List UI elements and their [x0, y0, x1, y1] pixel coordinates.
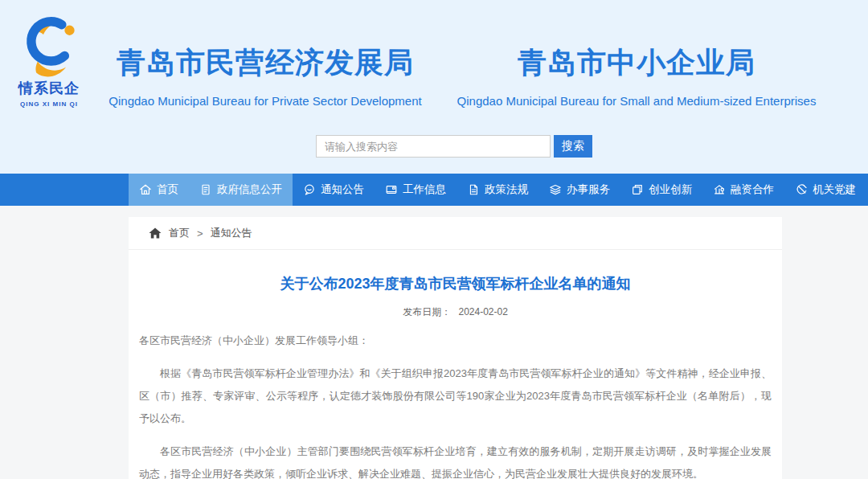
nav-label: 机关党建 — [813, 182, 856, 197]
nav-item-policies[interactable]: 政策法规 — [457, 174, 538, 206]
layers-icon — [549, 183, 562, 196]
search-input[interactable] — [316, 135, 551, 158]
nav-label: 首页 — [157, 182, 178, 197]
nav-item-innovation[interactable]: 创业创新 — [620, 174, 702, 206]
article-paragraph-salutation: 各区市民营经济（中小企业）发展工作领导小组： — [139, 330, 772, 352]
chat-bubble-icon — [303, 183, 316, 196]
nav-item-notices[interactable]: 通知公告 — [293, 174, 375, 206]
browser-card-icon — [385, 183, 398, 196]
breadcrumb-current[interactable]: 通知公告 — [211, 226, 252, 240]
nav-label: 创业创新 — [649, 182, 692, 197]
bank-icon — [713, 183, 726, 196]
site-header: 情系民企 QING XI MIN QI 青岛市民营经济发展局 Qingdao M… — [0, 0, 868, 174]
logo-text: 情系民企 — [6, 79, 92, 98]
bureau-sme: 青岛市中小企业局 Qingdao Municipal Bureau for Sm… — [440, 43, 833, 108]
bureau-left-title: 青岛市民营经济发展局 — [104, 43, 426, 83]
nav-label: 政策法规 — [485, 182, 528, 197]
site-logo: 情系民企 QING XI MIN QI — [6, 14, 92, 108]
nav-label: 通知公告 — [321, 182, 364, 197]
breadcrumb: 首页 > 通知公告 — [129, 217, 782, 250]
nav-item-services[interactable]: 办事服务 — [538, 174, 620, 206]
breadcrumb-separator: > — [197, 227, 203, 240]
logo-subtext: QING XI MIN QI — [6, 100, 92, 108]
bureau-right-subtitle: Qingdao Municipal Bureau for Small and M… — [440, 94, 833, 108]
nav-label: 政府信息公开 — [217, 182, 282, 197]
nav-item-financing[interactable]: 融资合作 — [702, 174, 784, 206]
bureau-private-sector: 青岛市民营经济发展局 Qingdao Municipal Bureau for … — [104, 43, 426, 108]
bureau-right-title: 青岛市中小企业局 — [440, 43, 833, 83]
nav-item-party[interactable]: 机关党建 — [784, 174, 866, 206]
article-date: 发布日期： 2024-02-02 — [139, 305, 772, 319]
bureau-left-subtitle: Qingdao Municipal Bureau for Private Sec… — [104, 94, 426, 108]
article-title: 关于公布2023年度青岛市民营领军标杆企业名单的通知 — [139, 274, 772, 293]
copy-icon — [631, 183, 644, 196]
breadcrumb-home-link[interactable]: 首页 — [169, 226, 190, 240]
article-date-label: 发布日期： — [403, 306, 451, 317]
nav-label: 工作信息 — [403, 182, 446, 197]
content-card: 首页 > 通知公告 关于公布2023年度青岛市民营领军标杆企业名单的通知 发布日… — [129, 217, 782, 479]
main-nav: 首页 政府信息公开 通知公告 工作信息 政策法规 — [0, 174, 868, 206]
home-icon — [139, 183, 152, 196]
main-nav-items: 首页 政府信息公开 通知公告 工作信息 政策法规 — [129, 174, 866, 206]
article-paragraph-requirements: 各区市民营经济（中小企业）主管部门要围绕民营领军标杆企业培育，建立有效的服务机制… — [139, 440, 772, 479]
nav-label: 融资合作 — [731, 182, 774, 197]
article: 关于公布2023年度青岛市民营领军标杆企业名单的通知 发布日期： 2024-02… — [129, 274, 782, 479]
article-paragraph-announcement: 根据《青岛市民营领军标杆企业管理办法》和《关于组织申报2023年度青岛市民营领军… — [139, 362, 772, 430]
breadcrumb-home-icon — [149, 227, 162, 239]
nav-item-home[interactable]: 首页 — [129, 174, 189, 206]
nav-item-work-info[interactable]: 工作信息 — [375, 174, 457, 206]
policy-document-icon — [467, 183, 480, 196]
search-button[interactable]: 搜索 — [554, 135, 592, 158]
logo-swirl-icon — [14, 14, 84, 79]
nav-item-gov-info[interactable]: 政府信息公开 — [189, 174, 293, 206]
article-date-value: 2024-02-02 — [458, 306, 507, 317]
party-emblem-icon — [795, 183, 808, 196]
nav-label: 办事服务 — [567, 182, 610, 197]
clipboard-icon — [199, 183, 212, 196]
